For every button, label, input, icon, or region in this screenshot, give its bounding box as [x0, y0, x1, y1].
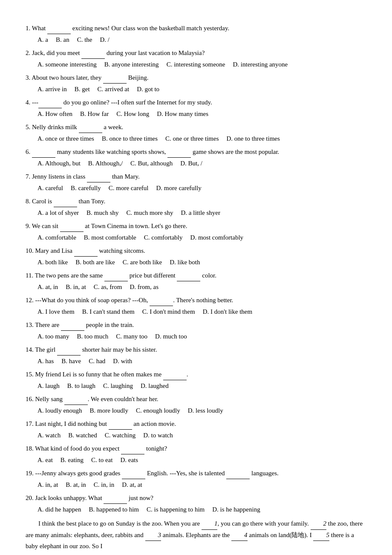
option: B. too much: [77, 331, 109, 342]
question-12: 12. ---What do you think of soap operas?…: [26, 295, 366, 317]
option: D. one to three times: [226, 133, 280, 145]
option: B. Although,/: [88, 158, 123, 169]
question-7: 7. Jenny listens in class than Mary.A. c…: [26, 171, 366, 194]
options-2: A. someone interestingB. anyone interest…: [26, 59, 366, 70]
blank: [121, 448, 144, 454]
option: A. I love them: [37, 306, 75, 318]
option: C. But, although: [130, 158, 173, 169]
option: B. in, at: [66, 282, 86, 293]
option: D. got to: [137, 84, 159, 95]
option: D. eats: [120, 455, 138, 466]
option: C. the: [77, 35, 92, 46]
blank: [61, 324, 84, 331]
option: A. a lot of shyer: [37, 208, 79, 219]
option: B. an: [56, 35, 69, 46]
option: D. like both: [170, 257, 200, 268]
question-4: 4. --- do you go online? ---I often surf…: [26, 97, 366, 119]
options-3: A. arrive inB. getC. arrived atD. got to: [26, 84, 366, 95]
option: B. to laugh: [67, 381, 95, 392]
options-1: A. aB. anC. theD. /: [26, 35, 366, 46]
options-10: A. both likeB. both are likeC. are both …: [26, 257, 366, 268]
option: B. at, in: [66, 480, 86, 491]
options-4: A. How oftenB. How farC. How longD. How …: [26, 109, 366, 120]
options-13: A. too manyB. too muchC. many tooD. much…: [26, 331, 366, 342]
blank: [47, 27, 71, 34]
question-text-17: 17. Last night, I did nothing but an act…: [26, 419, 366, 430]
blank: [64, 398, 88, 405]
option: A. watch: [37, 430, 61, 441]
option: A. too many: [37, 331, 69, 342]
option: A. a: [37, 35, 48, 46]
question-5: 5. Nelly drinks milk a week.A. once or t…: [26, 122, 366, 144]
options-19: A. in, atB. at, inC. in, inD. at, at: [26, 480, 366, 491]
blank: [103, 77, 127, 84]
question-15: 15. My friend Lei is so funny that he of…: [26, 369, 366, 391]
blank: [109, 423, 132, 430]
option: D. I don't like them: [203, 306, 252, 318]
option: C. I don't mind them: [142, 306, 195, 318]
option: A. eat: [37, 455, 53, 466]
option: C. much more shy: [126, 208, 173, 219]
option: C. arrived at: [98, 84, 130, 95]
option: A. once or three times: [37, 133, 94, 145]
option: A. in, at: [37, 480, 58, 491]
options-11: A. at, inB. in, atC. as, fromD. from, as: [26, 282, 366, 293]
options-8: A. a lot of shyerB. much shyC. much more…: [26, 208, 366, 219]
option: D. laughed: [141, 381, 169, 392]
cloze-blank-5: 5: [313, 530, 329, 541]
blank: [54, 200, 77, 207]
blank: [104, 275, 128, 281]
option: C. as, from: [94, 282, 122, 293]
question-text-6: 6. many students like watching sports sh…: [26, 147, 366, 158]
options-6: A. Although, butB. Although,/C. But, alt…: [26, 158, 366, 169]
options-5: A. once or three timesB. once to three t…: [26, 133, 366, 145]
blank: [87, 176, 110, 182]
option: A. laugh: [37, 381, 60, 392]
cloze-blank-2: 2: [311, 518, 327, 530]
option: C. more careful: [109, 183, 149, 194]
question-text-4: 4. --- do you go online? ---I often surf…: [26, 97, 366, 108]
option: C. watching: [105, 430, 136, 441]
option: B. much shy: [86, 208, 118, 219]
options-16: A. loudly enoughB. more loudlyC. enough …: [26, 405, 366, 416]
question-9: 9. We can sit at Town Cinema in town. Le…: [26, 221, 366, 243]
option: B. more loudly: [90, 405, 128, 416]
question-18: 18. What kind of food do you expect toni…: [26, 443, 366, 465]
option: D. from, as: [130, 282, 159, 293]
option: D. at, at: [122, 480, 142, 491]
question-6: 6. many students like watching sports sh…: [26, 147, 366, 169]
option: B. carefully: [71, 183, 101, 194]
blank: [38, 101, 62, 108]
option: C. laughing: [103, 381, 133, 392]
option: C. had: [89, 356, 105, 367]
option: C. interesting someone: [167, 59, 225, 70]
option: C. to eat: [91, 455, 112, 466]
question-19: 19. ---Jenny always gets good grades Eng…: [26, 468, 366, 490]
option: C. enough loudly: [136, 405, 180, 416]
option: D. much too: [155, 331, 187, 342]
question-3: 3. About two hours later, they Beijing.A…: [26, 72, 366, 95]
option: D. is he happening: [212, 504, 260, 515]
blank: [150, 299, 173, 306]
option: A. How often: [37, 109, 72, 120]
question-8: 8. Carol is than Tony.A. a lot of shyerB…: [26, 196, 366, 218]
blank: [122, 472, 145, 479]
question-13: 13. There are people in the train.A. too…: [26, 320, 366, 342]
question-2: 2. Jack, did you meet during your last v…: [26, 48, 366, 70]
option: D. most comfortably: [190, 232, 244, 243]
option: D. with: [113, 356, 132, 367]
question-text-13: 13. There are people in the train.: [26, 320, 366, 331]
question-17: 17. Last night, I did nothing but an act…: [26, 419, 366, 441]
question-text-1: 1. What exciting news! Our class won the…: [26, 23, 366, 34]
question-text-18: 18. What kind of food do you expect toni…: [26, 443, 366, 454]
option: B. I can't stand them: [82, 306, 135, 318]
blank: [167, 151, 191, 158]
question-text-9: 9. We can sit at Town Cinema in town. Le…: [26, 221, 366, 232]
question-text-16: 16. Nelly sang . We even couldn't hear h…: [26, 394, 366, 405]
options-9: A. comfortableB. most comfortableC. comf…: [26, 232, 366, 243]
blank: [74, 250, 98, 257]
cloze-blank-1: 1: [202, 518, 218, 530]
option: A. has: [37, 356, 54, 367]
question-text-15: 15. My friend Lei is so funny that he of…: [26, 369, 366, 380]
option: C. many too: [116, 331, 147, 342]
